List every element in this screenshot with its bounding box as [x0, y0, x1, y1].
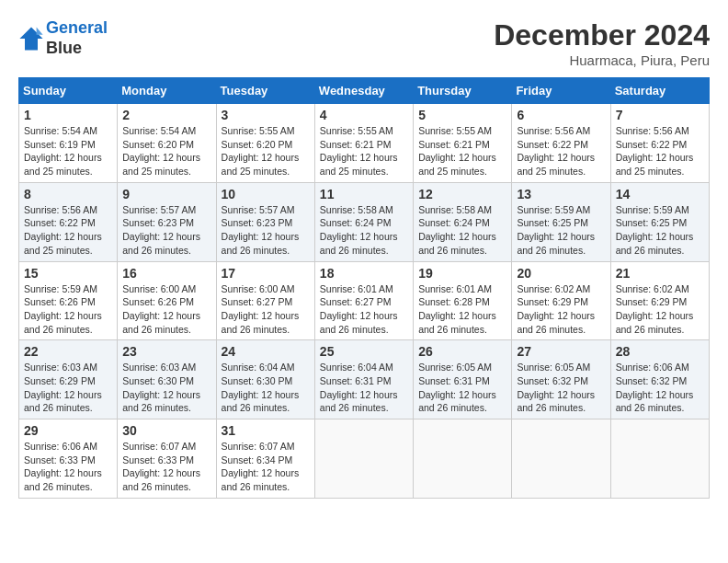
- logo-icon: [18, 26, 44, 52]
- week-row-2: 8Sunrise: 5:56 AMSunset: 6:22 PMDaylight…: [19, 182, 710, 261]
- day-number: 8: [24, 187, 112, 201]
- location: Huarmaca, Piura, Peru: [494, 52, 710, 68]
- day-info: Sunrise: 6:06 AMSunset: 6:32 PMDaylight:…: [616, 361, 704, 415]
- calendar-cell: 5Sunrise: 5:55 AMSunset: 6:21 PMDaylight…: [414, 104, 512, 183]
- day-number: 25: [320, 344, 408, 359]
- calendar-cell: 11Sunrise: 5:58 AMSunset: 6:24 PMDayligh…: [314, 182, 413, 261]
- day-info: Sunrise: 5:55 AMSunset: 6:20 PMDaylight:…: [222, 124, 310, 178]
- calendar-cell: 28Sunrise: 6:06 AMSunset: 6:32 PMDayligh…: [610, 340, 709, 419]
- calendar-cell: 17Sunrise: 6:00 AMSunset: 6:27 PMDayligh…: [216, 261, 314, 340]
- svg-marker-0: [19, 27, 42, 50]
- weekday-header-wednesday: Wednesday: [314, 78, 413, 104]
- day-number: 1: [24, 108, 112, 122]
- day-info: Sunrise: 5:56 AMSunset: 6:22 PMDaylight:…: [517, 124, 605, 178]
- calendar-cell: 29Sunrise: 6:06 AMSunset: 6:33 PMDayligh…: [19, 419, 118, 499]
- logo-line2: Blue: [46, 39, 108, 59]
- day-info: Sunrise: 5:56 AMSunset: 6:22 PMDaylight:…: [24, 203, 112, 258]
- calendar-cell: [414, 419, 512, 499]
- day-number: 21: [616, 266, 704, 281]
- day-number: 24: [222, 344, 310, 359]
- svg-marker-1: [37, 27, 43, 34]
- day-number: 5: [418, 108, 506, 122]
- day-info: Sunrise: 6:07 AMSunset: 6:33 PMDaylight:…: [122, 440, 210, 494]
- weekday-header-thursday: Thursday: [414, 78, 512, 104]
- calendar-cell: 19Sunrise: 6:01 AMSunset: 6:28 PMDayligh…: [414, 261, 512, 340]
- calendar-cell: 9Sunrise: 5:57 AMSunset: 6:23 PMDaylight…: [118, 182, 216, 261]
- weekday-header-sunday: Sunday: [19, 78, 118, 104]
- day-info: Sunrise: 6:04 AMSunset: 6:30 PMDaylight:…: [222, 361, 310, 415]
- weekday-header-friday: Friday: [512, 78, 610, 104]
- day-number: 26: [418, 344, 506, 359]
- calendar-cell: 16Sunrise: 6:00 AMSunset: 6:26 PMDayligh…: [118, 261, 216, 340]
- week-row-1: 1Sunrise: 5:54 AMSunset: 6:19 PMDaylight…: [19, 104, 710, 183]
- day-info: Sunrise: 6:00 AMSunset: 6:26 PMDaylight:…: [122, 282, 210, 337]
- calendar-table: SundayMondayTuesdayWednesdayThursdayFrid…: [18, 77, 710, 499]
- day-number: 19: [418, 266, 506, 281]
- calendar-cell: 25Sunrise: 6:04 AMSunset: 6:31 PMDayligh…: [314, 340, 413, 419]
- day-number: 7: [616, 108, 704, 122]
- day-number: 12: [418, 187, 506, 201]
- weekday-header-tuesday: Tuesday: [216, 78, 314, 104]
- day-info: Sunrise: 6:06 AMSunset: 6:33 PMDaylight:…: [24, 440, 112, 494]
- calendar-cell: [512, 419, 610, 499]
- calendar-cell: [314, 419, 413, 499]
- day-info: Sunrise: 5:59 AMSunset: 6:25 PMDaylight:…: [616, 203, 704, 258]
- day-info: Sunrise: 6:03 AMSunset: 6:29 PMDaylight:…: [24, 361, 112, 415]
- day-number: 14: [616, 187, 704, 201]
- calendar-cell: 6Sunrise: 5:56 AMSunset: 6:22 PMDaylight…: [512, 104, 610, 183]
- calendar-cell: 23Sunrise: 6:03 AMSunset: 6:30 PMDayligh…: [118, 340, 216, 419]
- calendar-cell: 15Sunrise: 5:59 AMSunset: 6:26 PMDayligh…: [19, 261, 118, 340]
- calendar-cell: 27Sunrise: 6:05 AMSunset: 6:32 PMDayligh…: [512, 340, 610, 419]
- day-number: 17: [222, 266, 310, 281]
- day-info: Sunrise: 6:05 AMSunset: 6:32 PMDaylight:…: [517, 361, 605, 415]
- calendar-cell: 3Sunrise: 5:55 AMSunset: 6:20 PMDaylight…: [216, 104, 314, 183]
- day-number: 9: [122, 187, 210, 201]
- week-row-5: 29Sunrise: 6:06 AMSunset: 6:33 PMDayligh…: [19, 419, 710, 499]
- day-info: Sunrise: 5:55 AMSunset: 6:21 PMDaylight:…: [418, 124, 506, 178]
- day-info: Sunrise: 5:55 AMSunset: 6:21 PMDaylight:…: [320, 124, 408, 178]
- weekday-header-saturday: Saturday: [610, 78, 709, 104]
- weekday-header-monday: Monday: [118, 78, 216, 104]
- day-number: 15: [24, 266, 112, 281]
- calendar-cell: 2Sunrise: 5:54 AMSunset: 6:20 PMDaylight…: [118, 104, 216, 183]
- day-info: Sunrise: 6:03 AMSunset: 6:30 PMDaylight:…: [122, 361, 210, 415]
- day-number: 23: [122, 344, 210, 359]
- day-info: Sunrise: 6:02 AMSunset: 6:29 PMDaylight:…: [616, 282, 704, 337]
- day-info: Sunrise: 5:58 AMSunset: 6:24 PMDaylight:…: [418, 203, 506, 258]
- page-header: General Blue December 2024 Huarmaca, Piu…: [18, 18, 710, 68]
- day-info: Sunrise: 6:05 AMSunset: 6:31 PMDaylight:…: [418, 361, 506, 415]
- day-number: 13: [517, 187, 605, 201]
- day-info: Sunrise: 5:59 AMSunset: 6:26 PMDaylight:…: [24, 282, 112, 337]
- day-info: Sunrise: 6:02 AMSunset: 6:29 PMDaylight:…: [517, 282, 605, 337]
- day-number: 10: [222, 187, 310, 201]
- week-row-4: 22Sunrise: 6:03 AMSunset: 6:29 PMDayligh…: [19, 340, 710, 419]
- day-number: 30: [122, 423, 210, 438]
- weekday-header-row: SundayMondayTuesdayWednesdayThursdayFrid…: [19, 78, 710, 104]
- calendar-cell: 14Sunrise: 5:59 AMSunset: 6:25 PMDayligh…: [610, 182, 709, 261]
- logo-line1: General: [46, 18, 108, 37]
- calendar-cell: 20Sunrise: 6:02 AMSunset: 6:29 PMDayligh…: [512, 261, 610, 340]
- day-info: Sunrise: 6:04 AMSunset: 6:31 PMDaylight:…: [320, 361, 408, 415]
- calendar-cell: 21Sunrise: 6:02 AMSunset: 6:29 PMDayligh…: [610, 261, 709, 340]
- day-info: Sunrise: 5:54 AMSunset: 6:20 PMDaylight:…: [122, 124, 210, 178]
- calendar-cell: 1Sunrise: 5:54 AMSunset: 6:19 PMDaylight…: [19, 104, 118, 183]
- day-info: Sunrise: 5:57 AMSunset: 6:23 PMDaylight:…: [222, 203, 310, 258]
- day-info: Sunrise: 5:54 AMSunset: 6:19 PMDaylight:…: [24, 124, 112, 178]
- calendar-cell: 26Sunrise: 6:05 AMSunset: 6:31 PMDayligh…: [414, 340, 512, 419]
- calendar-cell: 10Sunrise: 5:57 AMSunset: 6:23 PMDayligh…: [216, 182, 314, 261]
- calendar-cell: 18Sunrise: 6:01 AMSunset: 6:27 PMDayligh…: [314, 261, 413, 340]
- month-title: December 2024: [494, 18, 710, 52]
- day-info: Sunrise: 6:00 AMSunset: 6:27 PMDaylight:…: [222, 282, 310, 337]
- day-info: Sunrise: 6:01 AMSunset: 6:27 PMDaylight:…: [320, 282, 408, 337]
- day-number: 3: [222, 108, 310, 122]
- calendar-cell: 22Sunrise: 6:03 AMSunset: 6:29 PMDayligh…: [19, 340, 118, 419]
- day-number: 4: [320, 108, 408, 122]
- calendar-cell: 4Sunrise: 5:55 AMSunset: 6:21 PMDaylight…: [314, 104, 413, 183]
- calendar-cell: 8Sunrise: 5:56 AMSunset: 6:22 PMDaylight…: [19, 182, 118, 261]
- day-number: 16: [122, 266, 210, 281]
- day-number: 20: [517, 266, 605, 281]
- day-info: Sunrise: 6:07 AMSunset: 6:34 PMDaylight:…: [222, 440, 310, 494]
- day-number: 27: [517, 344, 605, 359]
- day-number: 2: [122, 108, 210, 122]
- day-info: Sunrise: 5:56 AMSunset: 6:22 PMDaylight:…: [616, 124, 704, 178]
